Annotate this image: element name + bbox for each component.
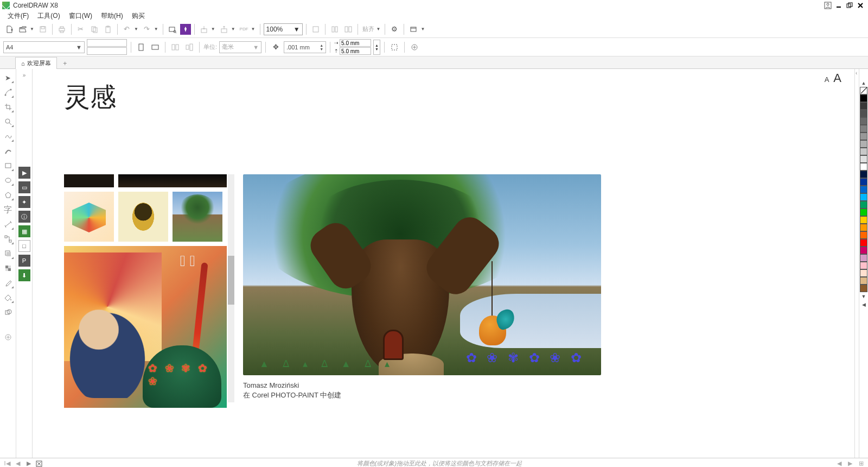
artistic-media-tool[interactable] [3,146,14,156]
swatch-ffc0cb[interactable] [860,262,867,269]
swatch-cc0066[interactable] [860,247,867,254]
fullscreen-button[interactable] [310,23,322,35]
save-button[interactable] [37,23,49,35]
transparency-tool[interactable] [3,263,14,274]
swatch-ff6600[interactable] [860,231,867,239]
all-pages-button[interactable] [169,41,181,53]
export-dropdown-icon[interactable]: ▼ [230,27,237,31]
export-button[interactable] [218,23,230,35]
publish-pdf-button[interactable]: PDF [238,23,250,35]
page-prev-button[interactable]: ◀ [14,460,22,467]
swatch-00b7ff[interactable] [860,193,867,201]
menu-tools[interactable]: 工具(O) [34,11,63,21]
swatch-ffffff[interactable] [860,163,867,171]
unit-combo[interactable]: 毫米▼ [219,41,261,53]
swatch-ff0000[interactable] [860,239,867,247]
options-button[interactable]: ⚙ [388,23,400,35]
open-button[interactable] [17,23,29,35]
swatch-ffcc00[interactable] [860,216,867,224]
feature-image[interactable]: ✿ ❀ ✾ ✿ ❀ ✿ ▲ ᐃ ▴ ᐃ ▲ ᐃ ▴ [243,174,601,375]
thumb-6[interactable]: 𓅯 𓅮 [64,246,227,408]
page-size-combo[interactable]: A4▼ [3,41,85,53]
dockers-button[interactable] [342,23,354,35]
zoom-tool[interactable] [3,116,14,127]
thumb-3[interactable] [64,192,114,242]
shape-tool[interactable] [3,87,14,98]
expand-handle-icon[interactable]: » [23,72,26,74]
quick-customize-button[interactable] [3,332,14,343]
cut-button[interactable]: ✂ [75,23,87,35]
fill-tool[interactable] [3,292,14,303]
print-button[interactable] [56,23,68,35]
search-content-button[interactable] [167,23,178,35]
swatch-383838[interactable] [860,102,867,110]
menu-help[interactable]: 帮助(H) [98,11,126,21]
swatch-505050[interactable] [860,110,867,117]
swatch-000000[interactable] [860,94,867,102]
menu-buy[interactable]: 购买 [129,11,148,21]
thumb-2[interactable] [118,174,227,187]
navigator-button[interactable]: ⊞ [857,460,865,467]
landscape-button[interactable] [149,41,161,53]
new-tab-button[interactable]: + [60,59,70,68]
hints-button[interactable] [329,23,341,35]
hscroll-left-button[interactable]: ◀ [835,460,843,467]
swatch-003399[interactable] [860,178,867,186]
snap-label[interactable]: 贴齐 [361,25,375,33]
panel-play-icon[interactable]: ▶ [18,167,30,179]
thumb-4[interactable] [118,192,168,242]
treat-as-filled-button[interactable] [388,41,400,53]
drop-shadow-tool[interactable] [3,248,14,259]
panel-download-icon[interactable]: ⬇ [18,269,30,281]
text-tool[interactable]: 字 [3,204,14,215]
palette-up-icon[interactable]: ▲ [861,80,866,86]
docker-collapse-handle[interactable] [854,69,859,458]
new-button[interactable] [3,23,15,35]
dup-y-input[interactable] [340,47,371,55]
smart-fill-tool[interactable] [3,307,14,318]
portrait-button[interactable] [135,41,147,53]
undo-dropdown-icon[interactable]: ▼ [133,27,139,31]
swatch-deb887[interactable] [860,277,867,285]
thumb-1[interactable] [64,174,114,187]
paste-button[interactable] [102,23,114,35]
swatch-c8c8c8[interactable] [860,148,867,155]
app-launcher-dropdown-icon[interactable]: ▼ [419,27,426,31]
swatch-00cc00[interactable] [860,209,867,216]
page-height-input[interactable] [87,47,127,55]
minimize-button[interactable] [833,1,844,10]
swatch-808080[interactable] [860,125,867,132]
menu-window[interactable]: 窗口(W) [66,11,95,21]
swatch-d49bc6[interactable] [860,254,867,262]
polygon-tool[interactable] [3,190,14,200]
palette-down-icon[interactable]: ▼ [861,294,866,299]
swatch-ffe0d0[interactable] [860,269,867,277]
import-dropdown-icon[interactable]: ▼ [210,27,216,31]
scrollbar-thumb[interactable] [228,256,234,305]
font-large-button[interactable]: A [833,71,841,85]
panel-star-icon[interactable]: ✦ [18,196,30,208]
swatch-8b5a2b[interactable] [860,285,867,292]
thumb-scrollbar[interactable] [228,174,234,402]
app-launcher-button[interactable] [407,23,419,35]
pick-tool[interactable]: ➤ [3,72,14,83]
swatch-009e60[interactable] [860,201,867,209]
copy-button[interactable] [88,23,100,35]
panel-gallery-icon[interactable]: ▦ [18,225,30,237]
menu-file[interactable]: 文件(F) [4,11,32,21]
redo-dropdown-icon[interactable]: ▼ [153,27,159,31]
swatch-none[interactable] [860,87,867,94]
maximize-button[interactable] [844,1,855,10]
panel-page-icon[interactable]: □ [18,240,30,252]
undo-button[interactable]: ↶ [121,23,133,35]
hscroll-right-button[interactable]: ▶ [846,460,854,467]
pdf-dropdown-icon[interactable]: ▼ [250,27,257,31]
nudge-input[interactable]: .001 mm▲▼ [284,41,326,53]
snap-dropdown-icon[interactable]: ▼ [375,27,382,31]
connector-tool[interactable] [3,234,14,244]
swatch-e0e0e0[interactable] [860,155,867,163]
page-close-icon[interactable] [36,460,43,467]
crop-tool[interactable] [3,102,14,112]
redo-button[interactable]: ↷ [141,23,153,35]
close-button[interactable] [855,1,866,10]
